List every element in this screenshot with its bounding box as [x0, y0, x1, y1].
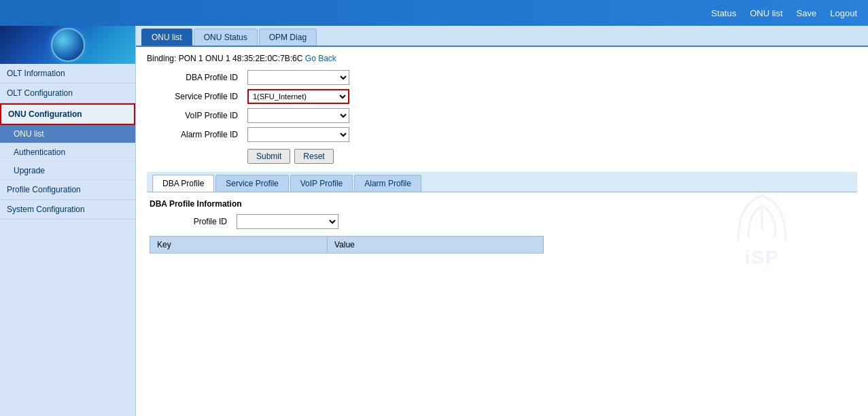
dba-profile-id-select[interactable] — [247, 70, 349, 85]
topbar: Status ONU list Save Logout — [0, 0, 868, 26]
profile-info-title: DBA Profile Information — [147, 199, 857, 209]
sidebar-item-upgrade[interactable]: Upgrade — [0, 162, 135, 180]
dba-profile-id-label: DBA Profile ID — [147, 73, 242, 82]
reset-button[interactable]: Reset — [294, 149, 333, 164]
key-value-table: Key Value — [150, 236, 544, 254]
sidebar: OLT Information OLT Configuration ONU Co… — [0, 26, 136, 416]
globe-icon — [51, 28, 85, 62]
outer-tab-bar: ONU list ONU Status OPM Diag — [136, 26, 868, 47]
save-link[interactable]: Save — [797, 8, 817, 18]
inner-tab-bar: DBA Profile Service Profile VoIP Profile… — [147, 172, 857, 192]
profile-id-form: Profile ID — [147, 214, 857, 229]
logout-link[interactable]: Logout — [830, 8, 857, 18]
voip-profile-id-label: VoIP Profile ID — [147, 111, 242, 120]
inner-tab-alarm-profile[interactable]: Alarm Profile — [354, 175, 421, 192]
inner-content-wrap: DBA Profile Service Profile VoIP Profile… — [147, 172, 857, 254]
value-column-header: Value — [327, 237, 543, 254]
main-layout: OLT Information OLT Configuration ONU Co… — [0, 26, 868, 416]
service-profile-id-label: Service Profile ID — [147, 92, 242, 101]
sidebar-item-profile-configuration[interactable]: Profile Configuration — [0, 180, 135, 200]
inner-tab-dba-profile[interactable]: DBA Profile — [152, 175, 214, 192]
sidebar-nav: OLT Information OLT Configuration ONU Co… — [0, 64, 135, 416]
status-link[interactable]: Status — [711, 8, 736, 18]
sidebar-item-olt-configuration[interactable]: OLT Configuration — [0, 84, 135, 103]
sidebar-item-system-configuration[interactable]: System Configuration — [0, 200, 135, 220]
submit-button[interactable]: Submit — [247, 149, 290, 164]
sidebar-item-authentication[interactable]: Authentication — [0, 143, 135, 162]
sidebar-item-onu-configuration[interactable]: ONU Configuration — [0, 103, 135, 125]
tab-onu-status[interactable]: ONU Status — [194, 29, 258, 46]
sidebar-item-onu-list[interactable]: ONU list — [0, 125, 135, 143]
alarm-profile-id-select[interactable] — [247, 127, 349, 142]
sidebar-item-olt-information[interactable]: OLT Information — [0, 64, 135, 84]
tab-onu-list[interactable]: ONU list — [141, 29, 192, 46]
inner-tab-service-profile[interactable]: Service Profile — [215, 175, 288, 192]
sidebar-logo-img — [0, 26, 135, 64]
inner-tab-voip-profile[interactable]: VoIP Profile — [290, 175, 353, 192]
binding-text: Binding: PON 1 ONU 1 48:35:2E:0C:7B:6C — [147, 54, 302, 63]
profile-id-label: Profile ID — [150, 217, 231, 226]
go-back-link[interactable]: Go Back — [305, 54, 336, 63]
page-content: Binding: PON 1 ONU 1 48:35:2E:0C:7B:6C G… — [136, 47, 868, 416]
service-profile-id-select[interactable]: 1(SFU_Internet) — [247, 89, 349, 104]
profile-id-select[interactable] — [237, 214, 338, 229]
key-column-header: Key — [150, 237, 328, 254]
tab-opm-diag[interactable]: OPM Diag — [259, 29, 317, 46]
voip-profile-id-select[interactable] — [247, 108, 349, 123]
alarm-profile-id-label: Alarm Profile ID — [147, 130, 242, 139]
profile-form: DBA Profile ID Service Profile ID 1(SFU_… — [147, 70, 857, 142]
watermark-text: iSP — [744, 247, 779, 268]
binding-info: Binding: PON 1 ONU 1 48:35:2E:0C:7B:6C G… — [147, 54, 857, 63]
content-area: ONU list ONU Status OPM Diag Binding: PO… — [136, 26, 868, 416]
form-buttons: Submit Reset — [147, 149, 857, 164]
sidebar-logo — [0, 26, 135, 64]
onu-list-link[interactable]: ONU list — [750, 8, 782, 18]
